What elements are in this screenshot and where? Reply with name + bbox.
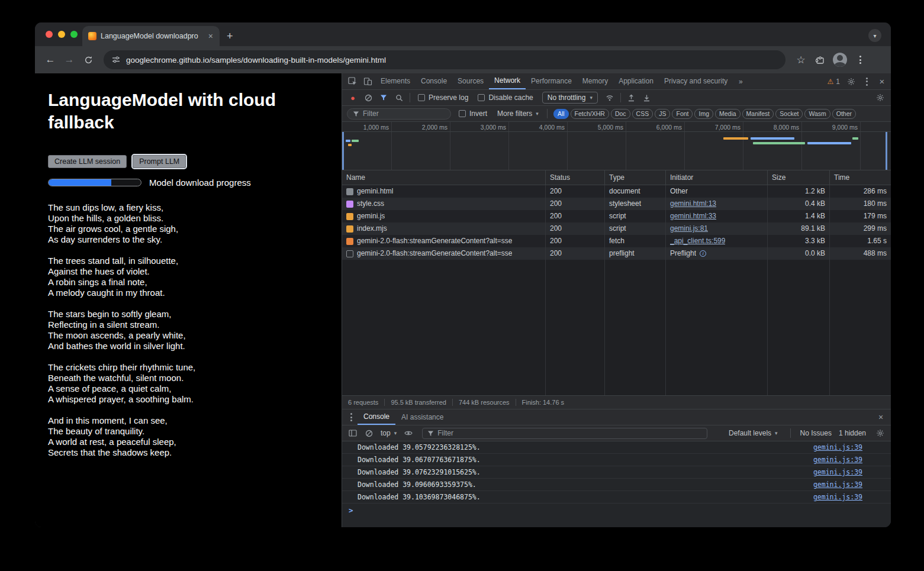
clear-console-icon[interactable] <box>362 426 376 440</box>
timeline-brush-left[interactable] <box>342 132 344 170</box>
network-settings-icon[interactable] <box>873 91 887 105</box>
site-settings-icon[interactable] <box>112 56 120 64</box>
console-source-link[interactable]: gemini.js:39 <box>813 480 862 489</box>
tab-search-button[interactable]: ▾ <box>868 29 881 42</box>
initiator-link[interactable]: _api_client.ts:599 <box>670 235 725 247</box>
device-toolbar-icon[interactable] <box>360 74 375 89</box>
bookmark-star-icon[interactable]: ☆ <box>793 51 809 68</box>
column-header-status[interactable]: Status <box>546 170 605 185</box>
devtools-menu-icon[interactable] <box>859 74 874 89</box>
throttling-select[interactable]: No throttling ▾ <box>542 92 598 104</box>
console-filter-input[interactable]: Filter <box>422 428 707 439</box>
console-message[interactable]: Downloaded 39.0960693359375%. gemini.js:… <box>342 479 891 491</box>
table-row[interactable]: gemini.js 200 script gemini.html:33 1.4 … <box>342 210 891 222</box>
export-har-icon[interactable] <box>624 91 639 105</box>
filter-chip-other[interactable]: Other <box>832 109 856 119</box>
console-message[interactable]: Downloaded 39.10369873046875%. gemini.js… <box>342 491 891 504</box>
minimize-window-button[interactable] <box>58 31 65 38</box>
filter-chip-socket[interactable]: Socket <box>775 109 803 119</box>
devtools-tab-console[interactable]: Console <box>416 74 452 89</box>
console-levels-select[interactable]: Default levels ▾ <box>726 429 781 437</box>
column-header-size[interactable]: Size <box>768 170 830 185</box>
filter-chip-wasm[interactable]: Wasm <box>804 109 830 119</box>
disable-cache-checkbox[interactable]: Disable cache <box>474 93 537 102</box>
devtools-tab-privacy[interactable]: Privacy and security <box>659 74 733 89</box>
filter-chip-doc[interactable]: Doc <box>611 109 630 119</box>
table-row[interactable]: index.mjs 200 script gemini.js:81 89.1 k… <box>342 222 891 235</box>
console-source-link[interactable]: gemini.js:39 <box>813 493 862 501</box>
drawer-tab-console[interactable]: Console <box>358 409 395 425</box>
devtools-close-icon[interactable]: × <box>874 74 890 89</box>
console-prompt[interactable]: > <box>342 504 891 517</box>
preserve-log-checkbox[interactable]: Preserve log <box>414 93 472 102</box>
console-sidebar-icon[interactable] <box>346 426 360 440</box>
devtools-tab-elements[interactable]: Elements <box>375 74 416 89</box>
table-row[interactable]: gemini-2.0-flash:streamGenerateContent?a… <box>342 247 891 260</box>
maximize-window-button[interactable] <box>70 31 78 38</box>
console-message[interactable]: Downloaded 39.05792236328125%. gemini.js… <box>342 441 891 454</box>
filter-toggle-icon[interactable] <box>376 91 391 105</box>
record-network-log-button[interactable]: ● <box>346 91 360 105</box>
browser-tab[interactable]: LanguageModel downloadpro × <box>82 26 220 46</box>
column-header-name[interactable]: Name <box>342 170 546 185</box>
initiator-link[interactable]: gemini.html:13 <box>670 198 716 210</box>
drawer-menu-icon[interactable] <box>345 413 358 421</box>
browser-menu-icon[interactable] <box>852 51 868 68</box>
forward-button[interactable]: → <box>61 51 78 68</box>
clear-network-log-icon[interactable] <box>361 91 375 105</box>
filter-chip-css[interactable]: CSS <box>632 109 653 119</box>
invert-checkbox[interactable]: Invert <box>455 109 491 118</box>
more-tabs-icon[interactable]: » <box>733 74 748 89</box>
devtools-tab-sources[interactable]: Sources <box>452 74 489 89</box>
new-tab-button[interactable]: + <box>227 31 233 41</box>
initiator-link[interactable]: gemini.js:81 <box>670 222 708 235</box>
live-expression-eye-icon[interactable] <box>401 426 416 440</box>
filter-chip-fetch-xhr[interactable]: Fetch/XHR <box>571 109 609 119</box>
column-header-type[interactable]: Type <box>605 170 666 185</box>
table-row[interactable]: gemini-2.0-flash:streamGenerateContent?a… <box>342 235 891 247</box>
network-filter-input[interactable]: Filter <box>347 108 451 120</box>
filter-chip-img[interactable]: Img <box>694 109 713 119</box>
network-conditions-icon[interactable] <box>603 91 617 105</box>
close-window-button[interactable] <box>46 31 53 38</box>
console-message[interactable]: Downloaded 39.07623291015625%. gemini.js… <box>342 466 891 479</box>
filter-chip-manifest[interactable]: Manifest <box>742 109 774 119</box>
drawer-tab-ai-assistance[interactable]: AI assistance <box>395 410 449 424</box>
issues-status[interactable]: No Issues <box>800 429 832 437</box>
devtools-tab-network[interactable]: Network <box>489 73 526 89</box>
column-header-initiator[interactable]: Initiator <box>666 170 768 185</box>
filter-chip-js[interactable]: JS <box>655 109 670 119</box>
filter-chip-all[interactable]: All <box>553 109 569 119</box>
reload-button[interactable] <box>80 51 96 68</box>
table-row[interactable]: style.css 200 stylesheet gemini.html:13 … <box>342 198 891 210</box>
console-source-link[interactable]: gemini.js:39 <box>813 468 862 476</box>
console-source-link[interactable]: gemini.js:39 <box>813 456 862 464</box>
console-message[interactable]: Downloaded 39.06707763671875%. gemini.js… <box>342 454 891 466</box>
initiator-link[interactable]: gemini.html:33 <box>670 210 716 222</box>
extensions-icon[interactable] <box>812 51 828 68</box>
url-bar[interactable]: googlechrome.github.io/samples/downloadi… <box>104 50 785 69</box>
prompt-llm-button[interactable]: Prompt LLM <box>133 155 186 168</box>
filter-chip-font[interactable]: Font <box>672 109 693 119</box>
console-settings-icon[interactable] <box>873 426 887 440</box>
preflight-info-icon[interactable]: i <box>700 250 706 257</box>
search-icon[interactable] <box>392 91 406 105</box>
devtools-tab-memory[interactable]: Memory <box>577 74 613 89</box>
more-filters-button[interactable]: More filters ▾ <box>495 109 541 118</box>
console-source-link[interactable]: gemini.js:39 <box>813 443 862 451</box>
back-button[interactable]: ← <box>42 51 59 68</box>
filter-chip-media[interactable]: Media <box>715 109 741 119</box>
create-llm-session-button[interactable]: Create LLM session <box>48 155 127 168</box>
import-har-icon[interactable] <box>640 91 654 105</box>
table-row[interactable]: gemini.html 200 document Other 1.2 kB 28… <box>342 185 891 198</box>
devtools-tab-application[interactable]: Application <box>613 74 659 89</box>
drawer-close-icon[interactable]: × <box>873 412 888 422</box>
network-overview-timeline[interactable]: 1,000 ms 2,000 ms 3,000 ms 4,000 ms 5,00… <box>342 122 891 170</box>
column-header-time[interactable]: Time <box>830 170 891 185</box>
timeline-brush-right[interactable] <box>886 132 887 170</box>
devtools-settings-icon[interactable] <box>843 74 859 89</box>
devtools-tab-performance[interactable]: Performance <box>526 74 577 89</box>
tab-close-icon[interactable]: × <box>207 31 215 41</box>
profile-avatar[interactable] <box>833 53 847 67</box>
console-context-selector[interactable]: top ▾ <box>378 429 400 437</box>
